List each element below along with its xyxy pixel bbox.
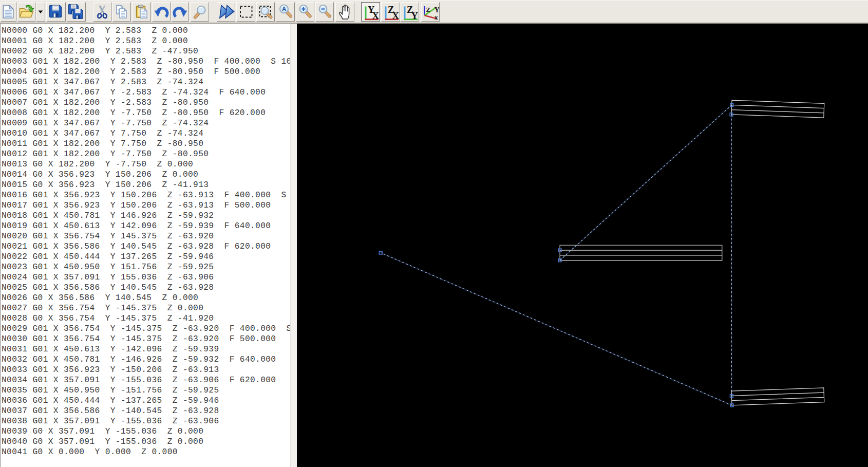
svg-text:Z: Z <box>426 6 430 13</box>
svg-text:x: x <box>435 13 438 21</box>
svg-text:A: A <box>281 6 286 13</box>
svg-text:X: X <box>372 11 379 21</box>
svg-text:X: X <box>392 11 399 21</box>
svg-text:Y: Y <box>435 6 440 14</box>
svg-text:Y: Y <box>411 11 419 21</box>
